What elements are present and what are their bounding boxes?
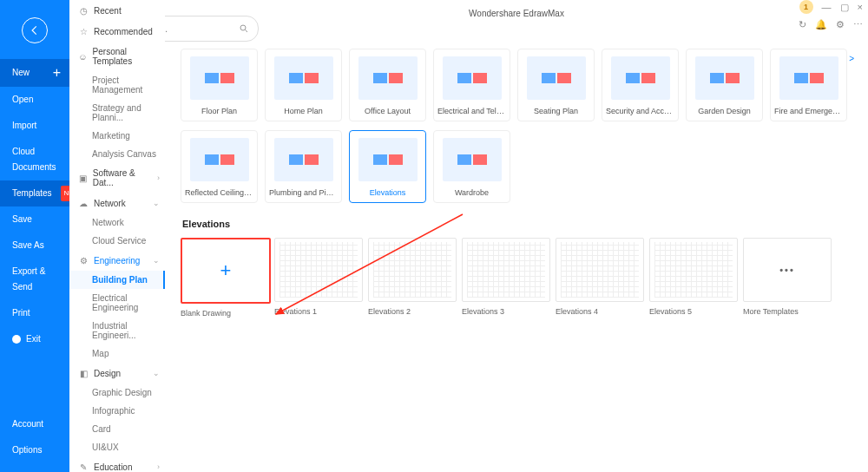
template-card[interactable]: Elevations 2 (368, 238, 455, 318)
nav-save-as[interactable]: Save As (0, 233, 69, 259)
category-tile[interactable]: Seating Plan (517, 49, 595, 121)
category-tile[interactable]: Wardrobe (433, 130, 510, 203)
side-sub-item[interactable]: Project Management (69, 71, 165, 99)
side-sub-item[interactable]: Industrial Engineeri... (69, 317, 165, 344)
more-icon[interactable]: ⋯ (853, 19, 863, 30)
side-sub-item[interactable]: Analysis Canvas (69, 145, 165, 163)
side-engineering[interactable]: ⚙Engineering⌄ (69, 250, 165, 271)
template-thumb: + (181, 238, 271, 304)
nav-export-send[interactable]: Export & Send (0, 259, 69, 300)
side-sub-item[interactable]: Marketing (69, 127, 165, 145)
side-software-data[interactable]: ▣Software & Dat...› (69, 163, 165, 193)
side-sub-item[interactable]: Cloud Service (69, 232, 165, 250)
template-card[interactable]: Elevations 3 (462, 238, 549, 318)
network-icon: ☁ (78, 198, 89, 208)
category-tile[interactable]: Garden Design (686, 49, 763, 121)
tile-label: Wardrobe (434, 188, 510, 197)
side-sub-item[interactable]: Strategy and Planni... (69, 99, 165, 127)
plus-icon: + (53, 68, 61, 78)
history-icon[interactable]: ↻ (799, 19, 806, 30)
tile-label: Elevations (350, 188, 425, 197)
nav-save[interactable]: Save (0, 206, 69, 233)
side-sub-item[interactable]: Network (69, 213, 165, 232)
user-avatar[interactable]: 1 (799, 0, 813, 14)
nav-print[interactable]: Print (0, 300, 69, 326)
exit-icon (12, 335, 21, 344)
tile-thumb (443, 56, 502, 100)
tile-thumb (611, 56, 670, 100)
back-button[interactable] (22, 17, 48, 43)
tile-label: Floor Plan (181, 107, 257, 115)
template-more[interactable]: •••More Templates (743, 238, 830, 318)
category-row-1: Floor PlanHome PlanOffice LayoutElectric… (181, 49, 859, 121)
template-card[interactable]: Elevations 4 (556, 238, 642, 318)
side-sub-item[interactable]: Electrical Engineering (69, 289, 165, 317)
nav-import[interactable]: Import (0, 113, 69, 139)
category-tile[interactable]: Plumbing and Piping ... (265, 130, 342, 203)
window-close[interactable]: × (858, 2, 863, 12)
bell-icon[interactable]: 🔔 (815, 19, 827, 30)
category-tile[interactable]: Electrical and Telecom... (433, 49, 510, 121)
template-card[interactable]: Elevations 1 (274, 238, 361, 318)
template-label: Elevations 4 (556, 307, 598, 316)
category-tile[interactable]: Home Plan (265, 49, 342, 121)
education-icon: ✎ (78, 462, 89, 472)
sidebar-primary: New + Open Import Cloud Documents Templa… (0, 0, 69, 472)
nav-options[interactable]: Options (0, 437, 69, 463)
plus-icon: + (220, 259, 232, 282)
side-recent[interactable]: ◷Recent (69, 0, 165, 21)
side-recommended[interactable]: ☆Recommended (69, 21, 165, 42)
template-card[interactable]: Elevations 5 (649, 238, 736, 318)
template-label: Elevations 3 (462, 307, 504, 316)
nav-exit[interactable]: Exit (0, 326, 69, 352)
tile-label: Electrical and Telecom... (434, 107, 510, 115)
side-sub-item[interactable]: Card (69, 420, 165, 438)
nav-new[interactable]: New + (0, 59, 69, 87)
category-tile[interactable]: Security and Access Pl... (602, 49, 679, 121)
category-row-2: Reflected Ceiling PlanPlumbing and Pipin… (181, 130, 859, 203)
search-box[interactable] (165, 16, 259, 42)
template-thumb (274, 238, 363, 302)
nav-open[interactable]: Open (0, 87, 69, 113)
side-sub-item[interactable]: Map (69, 344, 165, 363)
category-tile[interactable]: Office Layout (349, 49, 426, 121)
tile-label: Fire and Emergency Pl... (771, 107, 846, 115)
more-dots-icon: ••• (779, 265, 795, 275)
search-input[interactable] (165, 23, 239, 35)
settings-icon[interactable]: ⚙ (836, 19, 845, 30)
chevron-down-icon: ⌄ (153, 199, 160, 207)
nav-account[interactable]: Account (0, 411, 69, 437)
tile-label: Garden Design (687, 107, 762, 115)
side-design[interactable]: ◧Design⌄ (69, 363, 165, 384)
window-controls: 1 — ▢ × ↻ 🔔 ⚙ ⋯ (799, 0, 863, 30)
side-sub-item[interactable]: Building Plan (69, 271, 165, 289)
category-tile[interactable]: Fire and Emergency Pl... (770, 49, 847, 121)
tile-thumb (443, 138, 502, 181)
side-sub-item[interactable]: UI&UX (69, 438, 165, 456)
side-network[interactable]: ☁Network⌄ (69, 193, 165, 213)
template-thumb (462, 238, 550, 302)
template-thumb (556, 238, 644, 302)
template-blank-drawing[interactable]: +Blank Drawing (181, 238, 267, 318)
window-max[interactable]: ▢ (840, 2, 849, 13)
tile-label: Reflected Ceiling Plan (181, 188, 257, 197)
category-tile[interactable]: Reflected Ceiling Plan (181, 130, 258, 203)
window-min[interactable]: — (822, 2, 832, 12)
side-sub-item[interactable]: Graphic Design (69, 384, 165, 402)
nav-cloud-documents[interactable]: Cloud Documents (0, 139, 69, 180)
side-sub-item[interactable]: Infographic (69, 402, 165, 420)
engineering-icon: ⚙ (78, 255, 89, 266)
category-tile[interactable]: Floor Plan (181, 49, 258, 121)
star-icon: ☆ (78, 26, 89, 36)
category-tile[interactable]: Elevations (349, 130, 426, 203)
tile-thumb (190, 138, 249, 181)
tile-label: Security and Access Pl... (602, 107, 678, 115)
side-personal-templates[interactable]: ☺Personal Templates (69, 42, 165, 71)
nav-templates[interactable]: Templates NEW (0, 180, 69, 206)
side-education[interactable]: ✎Education› (69, 456, 165, 472)
content: Floor PlanHome PlanOffice LayoutElectric… (181, 49, 859, 472)
tile-thumb (695, 56, 754, 100)
template-label: More Templates (743, 307, 799, 316)
tile-thumb (274, 56, 333, 100)
svg-point-0 (240, 25, 246, 30)
